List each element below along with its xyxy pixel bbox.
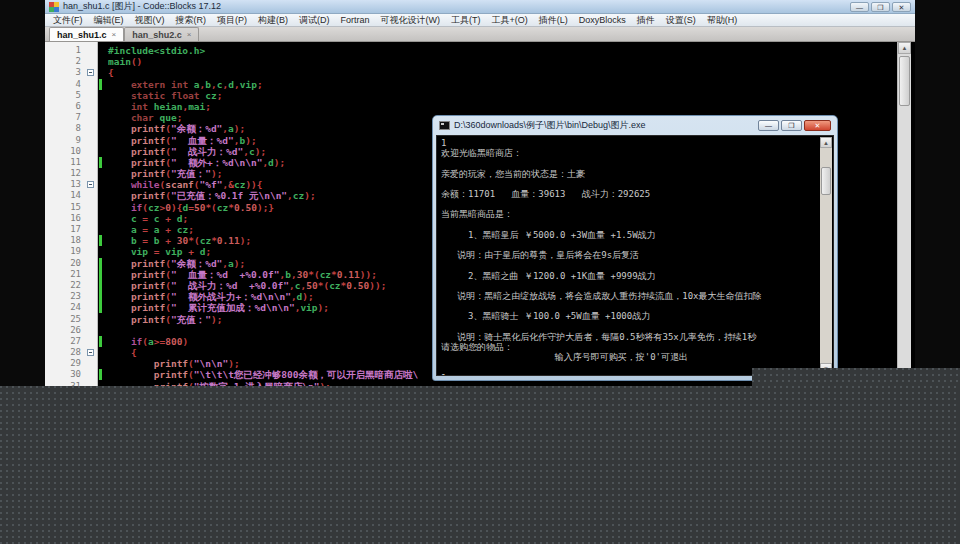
close-button[interactable]: ✕ <box>892 2 911 12</box>
line-number: 8 <box>45 123 97 134</box>
changed-line-marker <box>99 369 102 380</box>
line-number: 16 <box>45 213 97 224</box>
line-number: 26 <box>45 325 97 336</box>
line-number: 5 <box>45 90 97 101</box>
menu-bar: 文件(F)编辑(E)视图(V)搜索(R)项目(P)构建(B)调试(D)Fortr… <box>45 14 915 27</box>
console-minimize-button[interactable]: — <box>758 120 779 131</box>
editor-tab-bar: han_shu1.c×han_shu2.c× <box>45 27 915 42</box>
console-title: D:\360downloads\例子\图片\bin\Debug\图片.exe <box>454 119 646 132</box>
line-number: 2 <box>45 56 97 67</box>
line-number: 28 <box>45 347 97 358</box>
console-icon <box>439 121 450 130</box>
line-number: 1 <box>45 45 97 56</box>
console-scrollbar-thumb[interactable] <box>821 167 831 195</box>
console-titlebar[interactable]: D:\360downloads\例子\图片\bin\Debug\图片.exe —… <box>435 117 835 134</box>
console-close-button[interactable]: ✕ <box>804 120 831 131</box>
console-maximize-button[interactable]: ❐ <box>781 120 802 131</box>
code-line: main() <box>99 56 898 67</box>
line-number-gutter: 1234567891011121314151617181920212223242… <box>45 42 98 388</box>
menu-item[interactable]: 工具+(O) <box>492 14 528 27</box>
line-number: 19 <box>45 246 97 257</box>
menu-item[interactable]: Fortran <box>341 15 370 25</box>
line-number: 12 <box>45 168 97 179</box>
changed-line-marker <box>99 269 102 280</box>
changed-line-marker <box>99 235 102 246</box>
fold-marker-icon[interactable] <box>87 181 94 188</box>
line-number: 24 <box>45 302 97 313</box>
console-scroll-up-icon[interactable]: ▲ <box>820 137 832 148</box>
line-number: 23 <box>45 291 97 302</box>
changed-line-marker <box>99 157 102 168</box>
line-number: 30 <box>45 369 97 380</box>
menu-item[interactable]: 插件 <box>637 14 655 27</box>
editor-scrollbar[interactable]: ▲ <box>897 42 911 388</box>
console-scroll-down-icon[interactable]: ▼ <box>820 363 832 374</box>
line-number: 29 <box>45 358 97 369</box>
codeblocks-logo-icon <box>49 2 59 12</box>
menu-item[interactable]: DoxyBlocks <box>579 15 626 25</box>
menu-item[interactable]: 构建(B) <box>258 14 288 27</box>
menu-item[interactable]: 设置(S) <box>666 14 696 27</box>
changed-line-marker <box>99 291 102 302</box>
changed-line-marker <box>99 79 102 90</box>
code-line: #include<stdio.h> <box>99 45 898 56</box>
line-number: 14 <box>45 190 97 201</box>
console-output[interactable]: 1 欢迎光临黑暗商店： 亲爱的玩家，您当前的状态是：土豪 余额：11701 血量… <box>436 135 834 376</box>
window-title: han_shu1.c [图片] - Code::Blocks 17.12 <box>63 0 221 13</box>
console-window[interactable]: D:\360downloads\例子\图片\bin\Debug\图片.exe —… <box>432 115 838 381</box>
line-number: 10 <box>45 146 97 157</box>
tab-label: han_shu1.c <box>57 30 107 40</box>
line-number: 17 <box>45 224 97 235</box>
line-number: 9 <box>45 135 97 146</box>
code-line: int heian,mai; <box>99 101 898 112</box>
video-dark-border-left <box>0 0 45 388</box>
line-number: 22 <box>45 280 97 291</box>
scroll-up-icon[interactable]: ▲ <box>898 42 911 54</box>
line-number: 3 <box>45 67 97 78</box>
console-scrollbar[interactable]: ▲ ▼ <box>820 137 832 374</box>
video-dark-border-bottom <box>0 386 960 544</box>
menu-item[interactable]: 搜索(R) <box>176 14 207 27</box>
changed-line-marker <box>99 336 102 347</box>
menu-item[interactable]: 项目(P) <box>217 14 247 27</box>
tab-han_shu2.c[interactable]: han_shu2.c× <box>124 27 199 41</box>
code-line: extern int a,b,c,d,vip; <box>99 79 898 90</box>
line-number: 21 <box>45 269 97 280</box>
line-number: 31 <box>45 381 97 392</box>
screen: han_shu1.c [图片] - Code::Blocks 17.12 — ❐… <box>0 0 960 544</box>
line-number: 4 <box>45 79 97 90</box>
line-number: 7 <box>45 112 97 123</box>
line-number: 11 <box>45 157 97 168</box>
restore-button[interactable]: ❐ <box>871 2 890 12</box>
line-number: 15 <box>45 202 97 213</box>
code-line: { <box>99 67 898 78</box>
tab-close-icon[interactable]: × <box>112 30 117 39</box>
menu-item[interactable]: 可视化设计(W) <box>381 14 441 27</box>
menu-item[interactable]: 编辑(E) <box>94 14 124 27</box>
line-number: 6 <box>45 101 97 112</box>
line-number: 20 <box>45 258 97 269</box>
line-number: 13 <box>45 179 97 190</box>
line-number: 18 <box>45 235 97 246</box>
line-number: 25 <box>45 314 97 325</box>
menu-item[interactable]: 帮助(H) <box>707 14 738 27</box>
line-number: 27 <box>45 336 97 347</box>
changed-line-marker <box>99 302 102 313</box>
menu-item[interactable]: 调试(D) <box>299 14 330 27</box>
fold-marker-icon[interactable] <box>87 349 94 356</box>
changed-line-marker <box>99 258 102 269</box>
menu-item[interactable]: 视图(V) <box>135 14 165 27</box>
minimize-button[interactable]: — <box>850 2 869 12</box>
video-dark-border-right <box>915 0 960 388</box>
tab-han_shu1.c[interactable]: han_shu1.c× <box>49 27 124 41</box>
tab-close-icon[interactable]: × <box>187 30 192 39</box>
code-line: printf("按数字 1 进入黑暗商店\n"); <box>99 381 898 388</box>
editor-scrollbar-thumb[interactable] <box>899 56 910 106</box>
code-line: static float cz; <box>99 90 898 101</box>
console-text[interactable]: 1 欢迎光临黑暗商店： 亲爱的玩家，您当前的状态是：土豪 余额：11701 血量… <box>441 138 817 375</box>
menu-item[interactable]: 插件(L) <box>539 14 568 27</box>
ide-titlebar[interactable]: han_shu1.c [图片] - Code::Blocks 17.12 — ❐… <box>45 0 915 14</box>
fold-marker-icon[interactable] <box>87 69 94 76</box>
menu-item[interactable]: 文件(F) <box>53 14 83 27</box>
menu-item[interactable]: 工具(T) <box>451 14 481 27</box>
